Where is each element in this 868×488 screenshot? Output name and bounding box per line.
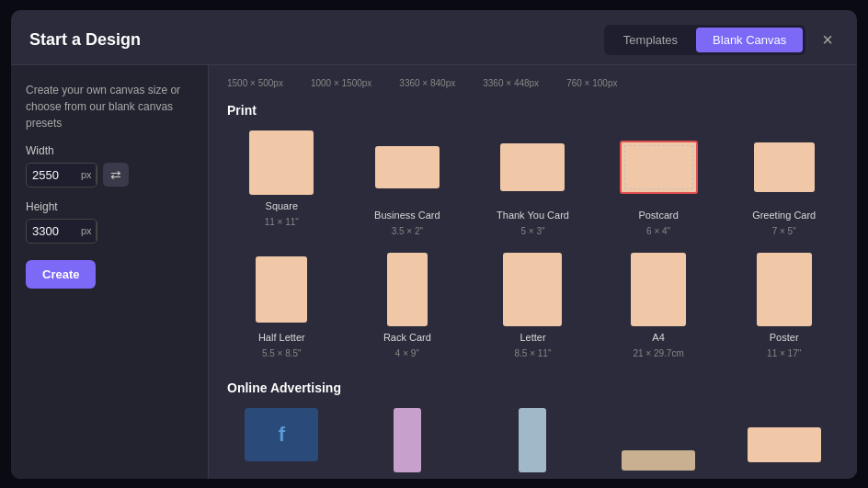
card-thankyou[interactable]: Thank You Card 5 × 3" <box>478 131 588 236</box>
height-input-wrap: px ▲ ▼ <box>26 219 97 244</box>
card-size-square: 11 × 11" <box>265 217 299 227</box>
card-halfletter[interactable]: Half Letter 5.5 × 8.5" <box>227 253 337 358</box>
card-name-halfletter: Half Letter <box>258 332 305 343</box>
top-size-1: 1000 × 1500px <box>311 78 371 88</box>
print-section: Print Square 11 × 11" <box>227 103 839 358</box>
width-down-arrow[interactable]: ▼ <box>97 175 97 186</box>
card-size-postcard: 6 × 4" <box>646 226 670 236</box>
card-thumb-greeting <box>754 142 815 192</box>
close-button[interactable]: × <box>817 28 839 51</box>
card-size-poster: 11 × 17" <box>767 348 801 358</box>
tab-templates[interactable]: Templates <box>607 28 694 52</box>
width-field-group: Width px ▲ ▼ ⇄ <box>26 144 193 187</box>
card-name-thankyou: Thank You Card <box>497 210 569 221</box>
top-size-3: 3360 × 448px <box>483 78 539 88</box>
card-name-poster: Poster <box>770 332 799 343</box>
top-sizes-row: 1500 × 500px 1000 × 1500px 3360 × 840px … <box>227 78 839 88</box>
main-content[interactable]: 1500 × 500px 1000 × 1500px 3360 × 840px … <box>209 65 857 479</box>
top-size-0: 1500 × 500px <box>227 78 283 88</box>
height-label: Height <box>26 200 193 213</box>
modal-header: Start a Design Templates Blank Canvas × <box>11 10 857 65</box>
card-size-letter: 8.5 × 11" <box>515 348 552 358</box>
card-name-a4: A4 <box>652 332 664 343</box>
create-button[interactable]: Create <box>26 260 96 289</box>
card-letter[interactable]: Letter 8.5 × 11" <box>478 253 588 358</box>
sidebar-description: Create your own canvas size or choose fr… <box>26 82 193 131</box>
card-name-business: Business Card <box>374 210 440 221</box>
swap-dimensions-button[interactable]: ⇄ <box>103 163 129 187</box>
modal-title: Start a Design <box>29 30 604 50</box>
height-unit: px <box>77 225 96 236</box>
card-thumb-postcard <box>620 141 698 194</box>
modal: Start a Design Templates Blank Canvas × … <box>11 10 857 479</box>
tab-group: Templates Blank Canvas <box>604 25 805 55</box>
top-size-4: 760 × 100px <box>566 78 617 88</box>
adv-thumb-tall1 <box>394 408 421 472</box>
adv-card-facebook[interactable]: f <box>227 408 337 472</box>
adv-card-banner[interactable] <box>729 408 839 472</box>
adv-card-tall2[interactable] <box>478 408 588 472</box>
card-square[interactable]: Square 11 × 11" <box>227 131 337 236</box>
height-input[interactable] <box>27 220 77 243</box>
width-input-wrap: px ▲ ▼ <box>26 163 97 187</box>
dimension-row-height: px ▲ ▼ <box>26 219 193 244</box>
width-arrows: ▲ ▼ <box>96 164 97 186</box>
height-up-arrow[interactable]: ▲ <box>97 220 97 231</box>
card-name-postcard: Postcard <box>638 210 678 221</box>
print-card-grid: Square 11 × 11" Business Card 3.5 × 2" <box>227 131 839 358</box>
card-business[interactable]: Business Card 3.5 × 2" <box>353 131 463 236</box>
height-field-group: Height px ▲ ▼ <box>26 200 193 244</box>
width-unit: px <box>77 169 96 180</box>
adv-card-tall1[interactable] <box>353 408 463 472</box>
card-thumb-a4 <box>631 253 686 326</box>
card-size-halfletter: 5.5 × 8.5" <box>262 348 302 358</box>
card-thumb-poster <box>757 253 812 326</box>
card-size-business: 3.5 × 2" <box>392 226 423 236</box>
width-up-arrow[interactable]: ▲ <box>97 164 97 175</box>
top-size-2: 3360 × 840px <box>399 78 455 88</box>
width-input[interactable] <box>27 164 77 187</box>
tab-blank-canvas[interactable]: Blank Canvas <box>696 28 803 52</box>
advertising-section-title: Online Advertising <box>227 380 839 395</box>
card-name-greeting: Greeting Card <box>752 210 816 221</box>
adv-thumb-wide <box>622 450 695 471</box>
modal-body: Create your own canvas size or choose fr… <box>11 65 857 479</box>
card-name-letter: Letter <box>520 332 545 343</box>
adv-thumb-facebook: f <box>245 408 318 461</box>
card-name-rack: Rack Card <box>383 332 431 343</box>
modal-overlay: Start a Design Templates Blank Canvas × … <box>0 0 868 488</box>
card-thumb-rack <box>387 253 428 326</box>
card-thumb-business <box>375 146 440 188</box>
height-down-arrow[interactable]: ▼ <box>97 231 97 242</box>
card-thumb-halfletter <box>256 256 307 323</box>
card-a4[interactable]: A4 21 × 29.7cm <box>604 253 714 358</box>
card-postcard[interactable]: Postcard 6 × 4" <box>604 131 714 236</box>
sidebar: Create your own canvas size or choose fr… <box>11 65 209 479</box>
print-section-title: Print <box>227 103 839 118</box>
card-rack[interactable]: Rack Card 4 × 9" <box>353 253 463 358</box>
card-poster[interactable]: Poster 11 × 17" <box>729 253 839 358</box>
card-size-greeting: 7 × 5" <box>772 226 796 236</box>
facebook-icon: f <box>279 423 285 447</box>
card-size-thankyou: 5 × 3" <box>520 226 544 236</box>
card-thumb-square <box>249 131 314 195</box>
advertising-section: Online Advertising f <box>227 380 839 472</box>
dimension-row-width: px ▲ ▼ ⇄ <box>26 163 193 187</box>
card-size-a4: 21 × 29.7cm <box>633 348 683 358</box>
adv-card-wide[interactable] <box>604 408 714 472</box>
card-size-rack: 4 × 9" <box>395 348 419 358</box>
card-name-square: Square <box>266 200 298 211</box>
adv-thumb-tall2 <box>519 408 546 472</box>
adv-card-grid: f <box>227 408 839 472</box>
card-thumb-thankyou <box>500 143 565 191</box>
width-label: Width <box>26 144 193 157</box>
height-arrows: ▲ ▼ <box>96 220 97 242</box>
card-thumb-letter <box>503 253 562 326</box>
adv-thumb-banner <box>748 427 821 462</box>
card-greeting[interactable]: Greeting Card 7 × 5" <box>729 131 839 236</box>
